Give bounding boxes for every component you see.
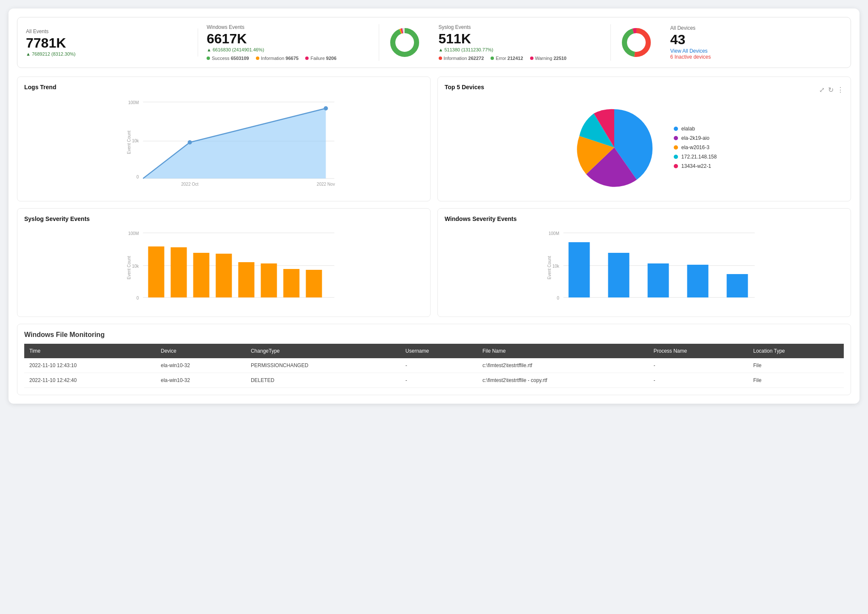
windows-events-value: 6617K [207,32,370,45]
row1-time: 2022-11-10 12:43:10 [24,358,156,373]
col-filename: File Name [477,344,648,358]
svg-rect-47 [727,274,748,297]
file-monitoring-table: Time Device ChangeType Username File Nam… [24,344,844,388]
all-events-delta: 7689212 (8312.30%) [26,51,189,57]
more-icon[interactable]: ⋮ [837,86,844,94]
col-processname: Process Name [649,344,749,358]
ela2k19-dot [674,136,678,140]
inactive-devices-text: 6 Inactive devices [670,54,834,60]
syslog-events-value: 511K [439,32,602,45]
row1-processname: - [649,358,749,373]
svg-text:Event Count: Event Count [127,130,131,154]
windows-donut-container [379,25,430,59]
top5-header: Top 5 Devices ⤢ ↻ ⋮ [445,84,844,96]
table-header: Time Device ChangeType Username File Nam… [24,344,844,358]
row2-locationtype: File [748,373,844,388]
syslog-severity-wrapper: 100M 10k 0 Event Count [24,227,423,310]
refresh-icon[interactable]: ↻ [828,86,834,94]
row2-processname: - [649,373,749,388]
svg-rect-34 [284,269,300,297]
logs-trend-chart: 100M 10k 0 Event Count [41,96,423,189]
legend-13434: 13434-w22-1 [674,163,717,169]
warning-dot [530,57,533,60]
col-device: Device [156,344,246,358]
svg-text:0: 0 [557,296,559,300]
syslog-events-block: Syslog Events 511K 511380 (1311230.77%) … [430,24,611,61]
13434-dot [674,164,678,168]
syslog-events-delta: 511380 (1311230.77%) [439,47,602,52]
charts-row-1: Logs Trend 100M 10k 0 Event Count [17,76,851,201]
row1-device: ela-win10-32 [156,358,246,373]
svg-text:2022 Nov: 2022 Nov [317,182,335,187]
legend-172: 172.21.148.158 [674,154,717,160]
svg-text:10k: 10k [132,139,139,143]
logs-trend-title: Logs Trend [24,84,423,91]
table-row: 2022-11-10 12:42:40 ela-win10-32 DELETED… [24,373,844,388]
svg-text:100M: 100M [548,231,559,236]
pie-legend: elalab ela-2k19-aio ela-w2016-3 172.21.1… [674,126,717,169]
windows-legend-success: Success 6503109 [207,56,249,61]
all-events-label: All Events [26,28,189,34]
svg-text:2022 Oct: 2022 Oct [181,182,199,187]
syslog-severity-card: Syslog Severity Events 100M 10k 0 Event … [17,208,431,317]
svg-rect-35 [306,270,322,297]
svg-text:0: 0 [136,175,139,179]
syslog-donut-chart [619,25,653,59]
syslog-donut-container [611,25,662,59]
table-row: 2022-11-10 12:43:10 ela-win10-32 PERMISS… [24,358,844,373]
expand-icon[interactable]: ⤢ [819,86,825,94]
syslog-legend-error: Error 212412 [491,56,523,61]
logs-trend-wrapper: 100M 10k 0 Event Count [24,96,423,191]
windows-severity-title: Windows Severity Events [445,215,844,222]
svg-text:100M: 100M [128,100,139,105]
row2-device: ela-win10-32 [156,373,246,388]
row1-username: - [400,358,477,373]
view-all-devices-link[interactable]: View All Devices [670,48,834,54]
all-events-block: All Events 7781K 7689212 (8312.30%) [26,28,198,57]
svg-rect-31 [216,254,232,297]
svg-rect-44 [608,253,630,297]
svg-rect-28 [148,246,165,297]
elalab-dot [674,127,678,131]
charts-row-2: Syslog Severity Events 100M 10k 0 Event … [17,208,851,317]
windows-legend-failure: Failure 9206 [305,56,336,61]
dashboard: All Events 7781K 7689212 (8312.30%) Wind… [9,8,859,404]
top5-actions: ⤢ ↻ ⋮ [819,86,844,94]
row2-filename: c:\fimtest2\testrtffile - copy.rtf [477,373,648,388]
syslog-events-label: Syslog Events [439,24,602,30]
svg-text:100M: 100M [128,231,139,236]
information-dot [256,57,259,60]
row1-filename: c:\fimtest2\testrtffile.rtf [477,358,648,373]
syslog-legend-warning: Warning 22510 [530,56,567,61]
windows-donut-chart [388,25,422,59]
legend-ela2k19: ela-2k19-aio [674,135,717,141]
svg-text:10k: 10k [552,264,559,269]
pie-chart-area: elalab ela-2k19-aio ela-w2016-3 172.21.1… [445,101,844,194]
row1-changetype: PERMISSIONCHANGED [246,358,400,373]
windows-severity-card: Windows Severity Events 100M 10k 0 Event… [437,208,851,317]
svg-rect-46 [687,265,709,297]
syslog-severity-title: Syslog Severity Events [24,215,423,222]
row2-changetype: DELETED [246,373,400,388]
info-dot [439,57,442,60]
stats-row: All Events 7781K 7689212 (8312.30%) Wind… [17,17,851,68]
svg-rect-30 [193,253,210,297]
elaw2016-dot [674,145,678,150]
top5-devices-card: Top 5 Devices ⤢ ↻ ⋮ [437,76,851,201]
row1-locationtype: File [748,358,844,373]
svg-text:0: 0 [136,296,139,300]
172-dot [674,155,678,159]
svg-rect-29 [171,247,187,297]
logs-trend-card: Logs Trend 100M 10k 0 Event Count [17,76,431,201]
svg-point-16 [188,140,192,144]
windows-events-delta: 6616830 (2414901.46%) [207,47,370,52]
row2-time: 2022-11-10 12:42:40 [24,373,156,388]
all-devices-block: All Devices 43 View All Devices 6 Inacti… [662,25,842,60]
col-username: Username [400,344,477,358]
all-devices-label: All Devices [670,25,834,31]
svg-text:10k: 10k [132,264,139,269]
col-locationtype: Location Type [748,344,844,358]
failure-dot [305,57,309,60]
svg-marker-15 [143,108,326,178]
windows-legend-information: Information 96675 [256,56,299,61]
